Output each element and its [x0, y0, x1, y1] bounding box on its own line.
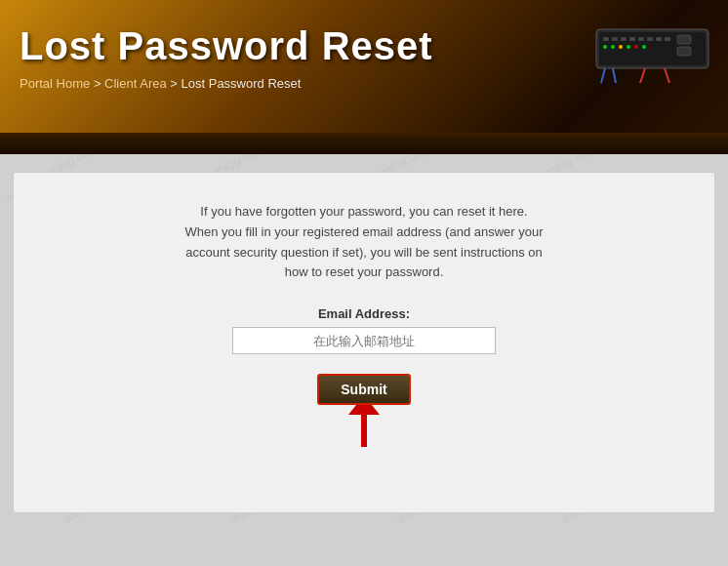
- info-text: If you have forgotten your password, you…: [183, 202, 545, 283]
- svg-rect-6: [638, 37, 644, 41]
- svg-rect-7: [647, 37, 653, 41]
- svg-rect-5: [629, 37, 635, 41]
- svg-rect-16: [677, 35, 691, 44]
- svg-line-20: [640, 68, 645, 83]
- email-form-group: Email Address:: [33, 306, 695, 354]
- svg-point-13: [627, 45, 630, 49]
- svg-point-15: [642, 45, 646, 49]
- breadcrumb-portal[interactable]: Portal Home: [20, 76, 90, 91]
- breadcrumb: Portal Home > Client Area > Lost Passwor…: [20, 76, 433, 91]
- svg-rect-4: [621, 37, 627, 41]
- svg-point-14: [634, 45, 638, 49]
- svg-point-11: [611, 45, 615, 49]
- svg-line-21: [665, 68, 669, 83]
- svg-rect-3: [612, 37, 618, 41]
- svg-line-18: [601, 68, 605, 83]
- svg-point-12: [619, 45, 623, 49]
- main-content: If you have forgotten your password, you…: [13, 172, 715, 513]
- svg-rect-2: [603, 37, 609, 41]
- email-input[interactable]: [232, 327, 496, 354]
- header-content: Lost Password Reset Portal Home > Client…: [20, 24, 433, 91]
- submit-container: Submit: [33, 374, 695, 405]
- network-device-icon: [591, 10, 718, 88]
- svg-rect-8: [656, 37, 662, 41]
- svg-line-19: [613, 68, 616, 83]
- svg-rect-9: [665, 37, 670, 41]
- email-label: Email Address:: [318, 306, 410, 321]
- svg-rect-17: [677, 47, 691, 56]
- breadcrumb-current: Lost Password Reset: [182, 76, 302, 91]
- breadcrumb-client[interactable]: Client Area: [104, 76, 167, 91]
- header-banner: Lost Password Reset Portal Home > Client…: [0, 0, 728, 137]
- dark-separator: [0, 137, 728, 154]
- page-title: Lost Password Reset: [20, 24, 433, 68]
- submit-button[interactable]: Submit: [317, 374, 410, 405]
- svg-point-10: [603, 45, 607, 49]
